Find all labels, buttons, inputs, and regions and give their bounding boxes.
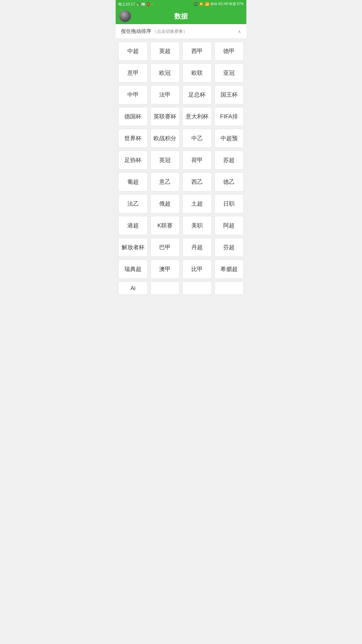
league-item[interactable]: 足协杯 bbox=[118, 151, 148, 170]
league-item[interactable]: 德乙 bbox=[215, 172, 244, 192]
league-item[interactable]: 意甲 bbox=[118, 63, 148, 83]
league-item[interactable]: 澳甲 bbox=[150, 260, 180, 279]
league-item[interactable]: 葡超 bbox=[118, 172, 148, 192]
status-bar: 晚上10:17 🐧 📰 🏮 ··· 🎧 🔔 📶 移动 4G HD 联通 57% bbox=[116, 0, 246, 8]
league-item[interactable]: 瑞典超 bbox=[118, 260, 148, 279]
notification-icon: 🐧 bbox=[136, 2, 140, 6]
league-grid: 中超英超西甲德甲意甲欧冠欧联亚冠中甲法甲足总杯国王杯德国杯英联赛杯意大利杯FIF… bbox=[118, 42, 244, 279]
partial-row: Ai bbox=[116, 281, 246, 296]
league-item-empty2 bbox=[182, 281, 212, 295]
league-item[interactable]: 阿超 bbox=[215, 216, 244, 235]
league-item-ai[interactable]: Ai bbox=[118, 281, 148, 295]
league-item[interactable]: 中超预 bbox=[215, 129, 244, 148]
app-icon-2: 📰 bbox=[141, 2, 145, 6]
sort-bar-label: 按住拖动排序 （点击切换赛事） bbox=[121, 28, 187, 35]
wifi-icon: 📶 bbox=[205, 2, 209, 6]
league-item[interactable]: 丹超 bbox=[182, 238, 212, 257]
sort-bar[interactable]: 按住拖动排序 （点击切换赛事） ∧ bbox=[116, 24, 246, 39]
alarm-icon: 🔔 bbox=[199, 2, 204, 6]
headphone-icon: 🎧 bbox=[193, 2, 198, 6]
league-item[interactable]: 日职 bbox=[215, 194, 244, 213]
more-icon: ··· bbox=[151, 2, 154, 6]
league-item[interactable]: 意乙 bbox=[150, 172, 180, 192]
league-item[interactable]: 港超 bbox=[118, 216, 148, 235]
league-item[interactable]: 世界杯 bbox=[118, 129, 148, 148]
app-header: 数据 bbox=[116, 8, 246, 24]
league-item[interactable]: K联赛 bbox=[150, 216, 180, 235]
league-item[interactable]: 英联赛杯 bbox=[150, 107, 180, 126]
league-item-empty3 bbox=[215, 281, 244, 295]
league-item[interactable]: 解放者杯 bbox=[118, 238, 148, 257]
league-item[interactable]: 荷甲 bbox=[182, 151, 212, 170]
league-item[interactable]: 英冠 bbox=[150, 151, 180, 170]
league-item[interactable]: 欧冠 bbox=[150, 63, 180, 83]
league-item[interactable]: 希腊超 bbox=[215, 260, 244, 279]
page-title: 数据 bbox=[174, 12, 188, 21]
league-item[interactable]: 欧战积分 bbox=[150, 129, 180, 148]
league-item[interactable]: 比甲 bbox=[182, 260, 212, 279]
status-right: 🎧 🔔 📶 移动 4G HD 联通 57% bbox=[193, 2, 244, 6]
league-item[interactable]: 芬超 bbox=[215, 238, 244, 257]
league-item[interactable]: 德国杯 bbox=[118, 107, 148, 126]
league-item[interactable]: 足总杯 bbox=[182, 85, 212, 104]
avatar-image bbox=[119, 10, 131, 22]
avatar[interactable] bbox=[119, 10, 131, 22]
app-icon-3: 🏮 bbox=[146, 2, 150, 6]
league-item[interactable]: 西甲 bbox=[182, 42, 212, 61]
league-item[interactable]: 中乙 bbox=[182, 129, 212, 148]
league-item[interactable]: 国王杯 bbox=[215, 85, 244, 104]
league-item[interactable]: 德甲 bbox=[215, 42, 244, 61]
league-item[interactable]: 亚冠 bbox=[215, 63, 244, 83]
league-item-empty1 bbox=[150, 281, 180, 295]
league-item[interactable]: 俄超 bbox=[150, 194, 180, 213]
league-grid-container: 中超英超西甲德甲意甲欧冠欧联亚冠中甲法甲足总杯国王杯德国杯英联赛杯意大利杯FIF… bbox=[116, 39, 246, 281]
league-item[interactable]: 意大利杯 bbox=[182, 107, 212, 126]
league-item[interactable]: 法甲 bbox=[150, 85, 180, 104]
league-item[interactable]: 苏超 bbox=[215, 151, 244, 170]
league-item[interactable]: 巴甲 bbox=[150, 238, 180, 257]
league-item[interactable]: 法乙 bbox=[118, 194, 148, 213]
league-item[interactable]: 中超 bbox=[118, 42, 148, 61]
league-item[interactable]: 欧联 bbox=[182, 63, 212, 83]
league-item[interactable]: 美职 bbox=[182, 216, 212, 235]
league-item[interactable]: 中甲 bbox=[118, 85, 148, 104]
collapse-icon[interactable]: ∧ bbox=[238, 29, 241, 34]
league-item[interactable]: 西乙 bbox=[182, 172, 212, 192]
status-time: 晚上10:17 🐧 📰 🏮 ··· bbox=[118, 2, 154, 7]
league-item[interactable]: FIFA排 bbox=[215, 107, 244, 126]
league-item[interactable]: 英超 bbox=[150, 42, 180, 61]
league-item[interactable]: 土超 bbox=[182, 194, 212, 213]
